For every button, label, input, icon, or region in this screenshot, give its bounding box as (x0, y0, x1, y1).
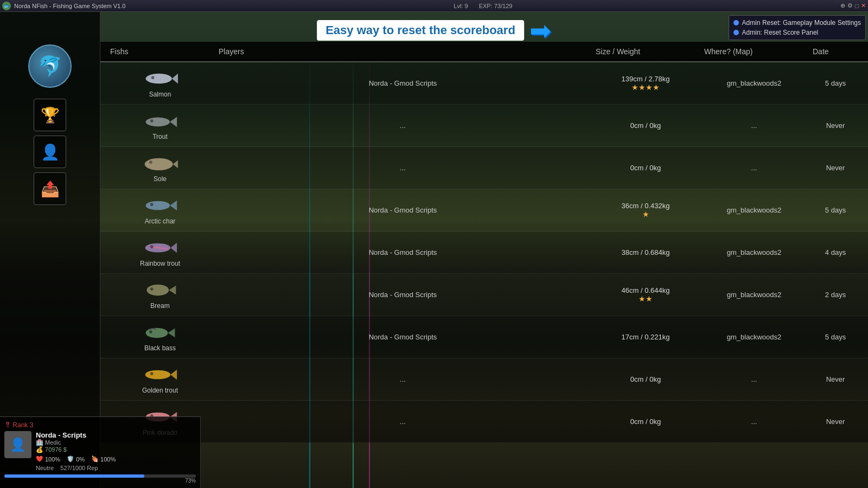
stars-5: ★★ (639, 294, 653, 303)
svg-point-0 (145, 74, 171, 84)
fish-cell-6: Black bass (106, 318, 214, 356)
user-health: ❤️ 100% (36, 455, 60, 463)
annotation-text: Easy way to reset the scoreboard (317, 20, 524, 41)
fish-cell-7: Golden trout (106, 360, 214, 399)
fish-name-7: Golden trout (142, 387, 178, 394)
svg-point-3 (145, 118, 170, 127)
fish-name-4: Rainbow trout (140, 260, 180, 267)
svg-point-22 (145, 370, 170, 380)
stars-3: ★ (642, 210, 649, 219)
admin-dot-2 (733, 30, 739, 35)
svg-marker-10 (170, 201, 177, 211)
player-cell-0: Norda - Gmod Scripts (214, 75, 591, 92)
svg-point-16 (146, 285, 169, 296)
svg-marker-13 (170, 243, 177, 253)
player-cell-4: Norda - Gmod Scripts (214, 244, 591, 261)
size-cell-3: 36cm / 0.432kg ★ (591, 197, 700, 223)
user-reputation: Neutre 527/1000 Rep (36, 465, 196, 471)
user-panel: 🎖 Rank 3 👤 Norda - Scripts 🏥 Medic 💰 709… (0, 416, 201, 488)
titlebar: 🐟 Norda NFish - Fishing Game System V1.0… (0, 0, 868, 12)
player-cell-2: ... (214, 159, 591, 176)
stars-0: ★★★★ (631, 83, 660, 92)
player-cell-8: ... (214, 413, 591, 430)
settings-button[interactable]: ⚙ (847, 2, 853, 9)
map-cell-5: gm_blackwoods2 (700, 286, 808, 303)
level-display: Lvl: 9 (454, 3, 468, 9)
date-cell-7: Never (808, 371, 863, 388)
size-weight-0: 139cm / 2.78kg (622, 75, 670, 83)
player-cell-3: Norda - Gmod Scripts (214, 202, 591, 219)
svg-point-19 (145, 328, 168, 338)
user-armor: 🛡️ 0% (67, 455, 85, 463)
main-content: Fishs Players Size / Weight Where? (Map)… (100, 42, 868, 488)
maximize-button[interactable]: □ (855, 3, 859, 9)
header-size: Size / Weight (591, 42, 700, 61)
window-controls[interactable]: ⊕ ⚙ □ ✕ (840, 2, 868, 9)
user-job: 🏥 Medic (36, 439, 196, 446)
fish-cell-1: Trout (106, 106, 214, 145)
svg-point-11 (150, 203, 153, 206)
map-cell-7: ... (700, 371, 808, 388)
pin-button[interactable]: ⊕ (840, 2, 845, 9)
date-cell-6: 5 days (808, 329, 863, 345)
table-row: Black bass Norda - Gmod Scripts 17cm / 0… (100, 316, 868, 358)
annotation-arrow: ➡ (529, 15, 551, 46)
admin-label-gameplay: Admin Reset: Gameplay Module Settings (742, 19, 861, 27)
table-row: Golden trout ... 0cm / 0kg ... Never (100, 358, 868, 401)
svg-point-5 (150, 119, 153, 123)
exp-display: EXP: 73/129 (479, 3, 513, 9)
header-map: Where? (Map) (700, 42, 808, 61)
app-title: Norda NFish - Fishing Game System V1.0 (14, 3, 125, 9)
fish-cell-3: Arctic char (106, 191, 214, 229)
size-weight-4: 38cm / 0.684kg (622, 248, 670, 256)
svg-marker-7 (173, 160, 177, 168)
size-weight-1: 0cm / 0kg (630, 121, 661, 130)
close-button[interactable]: ✕ (861, 2, 866, 9)
user-money: 💰 70976 $ (36, 446, 196, 453)
user-hunger: 🍖 100% (91, 455, 116, 463)
fish-cell-4: Rainbow trout (106, 233, 214, 272)
svg-point-9 (145, 201, 170, 210)
sidebar-export-button[interactable]: 📤 (34, 172, 66, 205)
table-row: Salmon Norda - Gmod Scripts 139cm / 2.78… (100, 62, 868, 105)
admin-label-score: Admin: Reset Score Panel (742, 29, 819, 36)
table-row: Sole ... 0cm / 0kg ... Never (100, 147, 868, 189)
size-weight-8: 0cm / 0kg (630, 418, 661, 426)
user-avatar: 👤 (4, 431, 31, 458)
map-cell-3: gm_blackwoods2 (700, 202, 808, 219)
table-row: Bream Norda - Gmod Scripts 46cm / 0.644k… (100, 274, 868, 316)
size-cell-8: 0cm / 0kg (591, 413, 700, 430)
date-cell-4: 4 days (808, 244, 863, 261)
user-details: Norda - Scripts 🏥 Medic 💰 70976 $ ❤️ 100… (36, 431, 196, 471)
date-cell-3: 5 days (808, 202, 863, 219)
size-cell-4: 38cm / 0.684kg (591, 244, 700, 261)
admin-panel[interactable]: Admin Reset: Gameplay Module Settings Ad… (729, 15, 866, 40)
fish-name-3: Arctic char (145, 217, 176, 225)
admin-dot-1 (733, 20, 739, 25)
svg-marker-23 (170, 370, 177, 380)
admin-item-gameplay[interactable]: Admin Reset: Gameplay Module Settings (733, 18, 861, 28)
sidebar-trophy-button[interactable]: 🏆 (34, 99, 66, 131)
size-weight-5: 46cm / 0.644kg (622, 286, 670, 294)
size-weight-2: 0cm / 0kg (630, 164, 661, 172)
size-weight-3: 36cm / 0.432kg (622, 202, 670, 210)
table-row: Trout ... 0cm / 0kg ... Never (100, 105, 868, 147)
user-info: 👤 Norda - Scripts 🏥 Medic 💰 70976 $ ❤️ 1… (4, 431, 196, 471)
size-cell-0: 139cm / 2.78kg ★★★★ (591, 70, 700, 96)
size-cell-2: 0cm / 0kg (591, 159, 700, 176)
player-cell-6: Norda - Gmod Scripts (214, 329, 591, 345)
fish-name-1: Trout (152, 133, 168, 140)
size-cell-1: 0cm / 0kg (591, 117, 700, 134)
map-cell-0: gm_blackwoods2 (700, 75, 808, 92)
size-cell-6: 17cm / 0.221kg (591, 329, 700, 345)
admin-item-score[interactable]: Admin: Reset Score Panel (733, 28, 861, 37)
table-body: Salmon Norda - Gmod Scripts 139cm / 2.78… (100, 62, 868, 484)
size-cell-7: 0cm / 0kg (591, 371, 700, 388)
map-cell-2: ... (700, 159, 808, 176)
header-fish: Fishs (106, 42, 214, 61)
header-date: Date (808, 42, 863, 61)
sidebar-character-button[interactable]: 👤 (34, 136, 66, 168)
user-rank: 🎖 Rank 3 (4, 421, 196, 429)
table-row: Pink dorado ... 0cm / 0kg ... Never (100, 401, 868, 443)
date-cell-1: Never (808, 117, 863, 134)
